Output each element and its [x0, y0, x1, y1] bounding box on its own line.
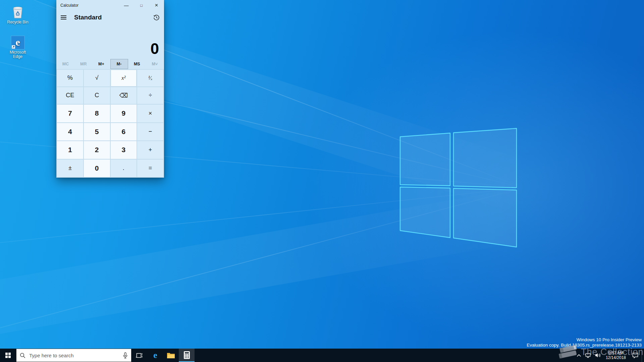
memory-recall-button[interactable]: MR	[74, 59, 92, 69]
key-7[interactable]: 7	[57, 105, 83, 122]
calculator-window: Calculator — □ × Standard 0 MCMRM+M-MSM˅	[56, 0, 164, 178]
system-tray: 9:57 AM 12/14/2018	[575, 349, 644, 362]
key-3[interactable]: 3	[111, 141, 137, 159]
watermark-line2: Evaluation copy. Build 18305.rs_prerelea…	[527, 343, 642, 348]
taskbar: e	[0, 349, 644, 362]
desktop-icon-label: Recycle Bin	[5, 20, 31, 24]
speaker-icon	[595, 353, 601, 358]
key-square[interactable]: x²	[111, 70, 137, 86]
key-plus-minus[interactable]: ±	[57, 160, 83, 177]
network-ethernet-icon	[585, 353, 591, 358]
memory-add-button[interactable]: M+	[92, 59, 110, 69]
clock-time: 9:57 AM	[608, 351, 623, 355]
close-button[interactable]: ×	[149, 0, 164, 11]
action-center-button[interactable]	[629, 349, 642, 362]
key-square-root[interactable]: √	[84, 70, 110, 86]
watermark-line1: Windows 10 Pro Insider Preview	[527, 337, 642, 343]
key-equals[interactable]: =	[137, 160, 163, 177]
calculator-display: 0	[56, 24, 164, 59]
calculator-nav: Standard	[56, 11, 164, 24]
key-divide[interactable]: ÷	[137, 87, 163, 104]
calculator-titlebar[interactable]: Calculator — □ ×	[56, 0, 164, 11]
taskbar-calculator-button[interactable]	[179, 349, 195, 362]
history-icon[interactable]	[153, 14, 160, 21]
key-percent[interactable]: %	[57, 70, 83, 86]
key-multiply[interactable]: ×	[137, 105, 163, 122]
memory-store-button[interactable]: MS	[128, 59, 146, 69]
calculator-taskbar-icon	[183, 351, 190, 359]
recycle-bin-icon	[2, 4, 34, 19]
taskbar-clock[interactable]: 9:57 AM 12/14/2018	[603, 349, 629, 362]
volume-tray-button[interactable]	[593, 349, 603, 362]
key-9[interactable]: 9	[111, 105, 137, 122]
key-backspace[interactable]: ⌫	[111, 87, 137, 104]
svg-text:e: e	[15, 37, 20, 48]
taskbar-search[interactable]	[16, 349, 131, 362]
memory-clear-button[interactable]: MC	[57, 59, 74, 69]
clock-date: 12/14/2018	[606, 355, 626, 360]
chevron-up-icon	[577, 354, 581, 357]
key-8[interactable]: 8	[84, 105, 110, 122]
hidden-icons-chevron[interactable]	[575, 349, 583, 362]
edge-taskbar-icon: e	[151, 351, 160, 360]
network-tray-button[interactable]	[583, 349, 593, 362]
window-title: Calculator	[60, 3, 78, 8]
key-subtract[interactable]: −	[137, 123, 163, 141]
maximize-button[interactable]: □	[134, 0, 149, 11]
calculator-keypad: %√x²¹⁄ₓCEC⌫÷789×456−123+±0.=	[56, 69, 164, 178]
search-icon	[20, 353, 25, 358]
memory-subtract-button[interactable]: M-	[110, 59, 128, 69]
windows-start-icon	[5, 353, 11, 358]
svg-text:e: e	[153, 351, 157, 360]
memory-flyout-button[interactable]: M˅	[146, 59, 164, 69]
file-explorer-button[interactable]	[163, 349, 179, 362]
calculator-mode-label: Standard	[74, 14, 102, 21]
key-reciprocal[interactable]: ¹⁄ₓ	[137, 70, 163, 86]
key-4[interactable]: 4	[57, 123, 83, 141]
key-6[interactable]: 6	[111, 123, 137, 141]
evaluation-watermark: Windows 10 Pro Insider Preview Evaluatio…	[527, 337, 642, 348]
minimize-button[interactable]: —	[119, 0, 134, 11]
key-1[interactable]: 1	[57, 141, 83, 159]
show-desktop-button[interactable]	[642, 349, 644, 362]
edge-icon: e	[2, 36, 34, 50]
key-0[interactable]: 0	[84, 160, 110, 177]
file-explorer-icon	[167, 352, 175, 359]
menu-hamburger-icon[interactable]	[61, 15, 66, 19]
desktop-icon-microsoft-edge[interactable]: e Microsoft Edge	[2, 36, 34, 59]
key-5[interactable]: 5	[84, 123, 110, 141]
caption-buttons: — □ ×	[119, 0, 164, 11]
action-center-icon	[632, 353, 638, 358]
desktop-icon-recycle-bin[interactable]: Recycle Bin	[2, 4, 34, 24]
key-add[interactable]: +	[137, 141, 163, 159]
key-2[interactable]: 2	[84, 141, 110, 159]
key-decimal[interactable]: .	[111, 160, 137, 177]
search-input[interactable]	[29, 352, 123, 359]
start-button[interactable]	[0, 349, 16, 362]
key-clear-entry[interactable]: CE	[57, 87, 83, 104]
desktop-icon-label: Microsoft Edge	[5, 50, 31, 59]
taskbar-empty-area	[195, 349, 575, 362]
windows-logo	[397, 126, 520, 251]
windows-desktop: Recycle Bin e Microsoft Edge Windows 10 …	[0, 0, 644, 362]
key-clear[interactable]: C	[84, 87, 110, 104]
task-view-icon	[136, 352, 143, 359]
task-view-button[interactable]	[131, 349, 147, 362]
memory-button-row: MCMRM+M-MSM˅	[57, 59, 164, 69]
taskbar-edge-button[interactable]: e	[147, 349, 163, 362]
microphone-icon[interactable]	[123, 352, 128, 359]
